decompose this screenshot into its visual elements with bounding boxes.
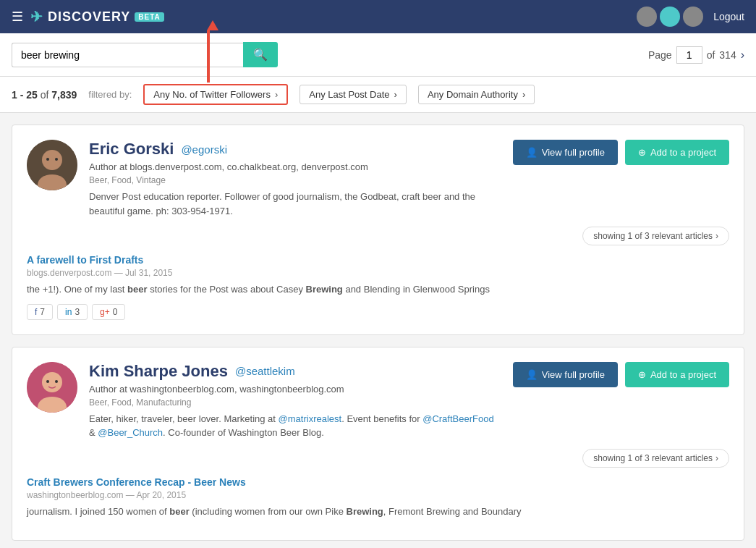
view-profile-label-eric: View full profile xyxy=(542,147,605,158)
avatar-group xyxy=(637,7,703,27)
show-articles-button-kim[interactable]: showing 1 of 3 relevant articles › xyxy=(582,449,729,468)
page-label: Page xyxy=(648,49,672,61)
gplus-count-eric: g+ 0 xyxy=(92,304,125,320)
bio-amp-kim: & xyxy=(89,427,98,438)
facebook-icon-eric: f xyxy=(35,307,37,317)
view-profile-button-eric[interactable]: 👤 View full profile xyxy=(513,140,618,165)
add-project-label-kim: Add to a project xyxy=(650,369,716,380)
bio-link3-kim[interactable]: @Beer_Church xyxy=(98,427,163,438)
profile-info-kim: Kim Sharpe Jones @seattlekim Author at w… xyxy=(89,362,501,440)
plus-icon-kim: ⊕ xyxy=(638,369,646,380)
excerpt-keyword1-kim: beer xyxy=(169,506,189,517)
profile-tags-kim: Beer, Food, Manufacturing xyxy=(89,397,501,408)
view-profile-button-kim[interactable]: 👤 View full profile xyxy=(513,362,618,387)
search-bar: 🔍 Page of 314 › xyxy=(0,33,756,77)
search-icon: 🔍 xyxy=(253,49,268,61)
profile-handle-kim[interactable]: @seattlekim xyxy=(235,365,295,377)
bio-pre-kim: Eater, hiker, traveler, beer lover. Mark… xyxy=(89,413,279,424)
show-articles-eric: showing 1 of 3 relevant articles › xyxy=(27,227,729,245)
article-title-kim[interactable]: Craft Brewers Conference Recap - Beer Ne… xyxy=(27,476,729,488)
chevron-right-articles-kim: › xyxy=(715,453,718,463)
page-of: of xyxy=(707,49,715,61)
chevron-right-icon-date: › xyxy=(394,89,397,100)
profile-tags-eric: Beer, Food, Vintage xyxy=(89,175,501,185)
article-meta-kim: washingtonbeerblog.com — Apr 20, 2015 xyxy=(27,490,729,500)
profile-card-eric: Eric Gorski @egorski Author at blogs.den… xyxy=(12,125,744,335)
search-input-group: 🔍 xyxy=(12,42,278,67)
domain-filter-button[interactable]: Any Domain Authority › xyxy=(418,85,535,104)
excerpt-keyword2-eric: Brewing xyxy=(306,284,343,295)
profile-actions-eric: 👤 View full profile ⊕ Add to a project xyxy=(513,140,729,165)
show-articles-kim: showing 1 of 3 relevant articles › xyxy=(27,449,729,468)
gp-number-eric: 0 xyxy=(113,307,118,317)
bio-link2-kim[interactable]: @CraftBeerFood xyxy=(422,413,493,424)
profile-bio-eric: Denver Post education reporter. Follower… xyxy=(89,190,501,218)
user-icon-eric: 👤 xyxy=(526,147,538,158)
linkedin-count-eric: in 3 xyxy=(57,304,88,320)
articles-label-eric: showing 1 of 3 relevant articles xyxy=(593,231,713,241)
search-button[interactable]: 🔍 xyxy=(243,42,278,67)
excerpt-mid-eric: stories for the Post was about Casey xyxy=(148,284,306,295)
profile-name-kim: Kim Sharpe Jones xyxy=(89,362,228,381)
profile-title-eric: Author at blogs.denverpost.com, co.chalk… xyxy=(89,161,501,172)
svg-point-1 xyxy=(42,150,62,170)
article-title-eric[interactable]: A farewell to First Drafts xyxy=(27,254,729,266)
profile-info-eric: Eric Gorski @egorski Author at blogs.den… xyxy=(89,140,501,218)
date-filter-button[interactable]: Any Last Post Date › xyxy=(300,85,407,104)
avatar-eric xyxy=(27,140,77,190)
app-header: ☰ ✈ DISCOVERY BETA Logout xyxy=(0,0,756,33)
bio-link1-kim[interactable]: @matrixrealest xyxy=(279,413,342,424)
twitter-filter-button[interactable]: Any No. of Twitter Followers › xyxy=(143,84,288,105)
profile-top-kim: Kim Sharpe Jones @seattlekim Author at w… xyxy=(27,362,729,440)
facebook-count-eric: f 7 xyxy=(27,304,53,320)
excerpt-pre-eric: the +1!). One of my last xyxy=(27,284,127,295)
twitter-filter-label: Any No. of Twitter Followers xyxy=(153,89,271,100)
profile-handle-eric[interactable]: @egorski xyxy=(181,143,227,156)
rocket-icon: ✈ xyxy=(30,8,43,25)
svg-point-3 xyxy=(46,158,49,161)
article-meta-eric: blogs.denverpost.com — Jul 31, 2015 xyxy=(27,268,729,278)
chevron-right-articles-eric: › xyxy=(715,231,718,241)
profile-card-kim: Kim Sharpe Jones @seattlekim Author at w… xyxy=(12,347,744,541)
avatar-image-eric xyxy=(27,140,77,190)
li-number-eric: 3 xyxy=(75,307,80,317)
bio-mid-kim: . Event benefits for xyxy=(341,413,422,424)
profile-name-row-kim: Kim Sharpe Jones @seattlekim xyxy=(89,362,501,381)
profile-bio-kim: Eater, hiker, traveler, beer lover. Mark… xyxy=(89,412,501,440)
user-icon-kim: 👤 xyxy=(526,369,538,380)
profile-name-row-eric: Eric Gorski @egorski xyxy=(89,140,501,159)
main-content: Eric Gorski @egorski Author at blogs.den… xyxy=(0,113,756,548)
hamburger-icon[interactable]: ☰ xyxy=(12,9,23,25)
avatar-3 xyxy=(683,7,703,27)
article-excerpt-eric: the +1!). One of my last beer stories fo… xyxy=(27,282,729,297)
svg-point-4 xyxy=(55,158,58,161)
result-count: 1 - 25 of 7,839 xyxy=(12,89,77,101)
svg-point-9 xyxy=(55,380,58,383)
chevron-right-icon-domain: › xyxy=(522,89,525,100)
show-articles-button-eric[interactable]: showing 1 of 3 relevant articles › xyxy=(582,227,729,245)
social-counts-eric: f 7 in 3 g+ 0 xyxy=(27,304,729,320)
excerpt-keyword1-eric: beer xyxy=(127,284,147,295)
logo-text: DISCOVERY xyxy=(48,9,130,25)
page-input[interactable] xyxy=(676,46,702,64)
svg-point-6 xyxy=(42,372,62,392)
fb-number-eric: 7 xyxy=(40,307,45,317)
excerpt-post-eric: and Blending in Glenwood Springs xyxy=(343,284,490,295)
excerpt-pre-kim: journalism. I joined 150 women of xyxy=(27,506,169,517)
avatar-1 xyxy=(637,7,657,27)
filter-bar: 1 - 25 of 7,839 filtered by: Any No. of … xyxy=(0,77,756,113)
domain-filter-label: Any Domain Authority xyxy=(428,89,518,100)
search-input[interactable] xyxy=(12,43,243,67)
excerpt-post-kim: , Fremont Brewing and Boundary xyxy=(383,506,522,517)
article-excerpt-kim: journalism. I joined 150 women of beer (… xyxy=(27,505,729,519)
pagination: Page of 314 › xyxy=(648,46,744,64)
logout-button[interactable]: Logout xyxy=(713,11,744,22)
profile-name-eric: Eric Gorski xyxy=(89,140,174,159)
next-page-arrow[interactable]: › xyxy=(741,49,744,62)
avatar-2 xyxy=(660,7,680,27)
plus-icon-eric: ⊕ xyxy=(638,147,646,158)
add-project-button-kim[interactable]: ⊕ Add to a project xyxy=(625,362,729,387)
add-project-button-eric[interactable]: ⊕ Add to a project xyxy=(625,140,729,165)
date-filter-label: Any Last Post Date xyxy=(309,89,389,100)
add-project-label-eric: Add to a project xyxy=(650,147,716,158)
